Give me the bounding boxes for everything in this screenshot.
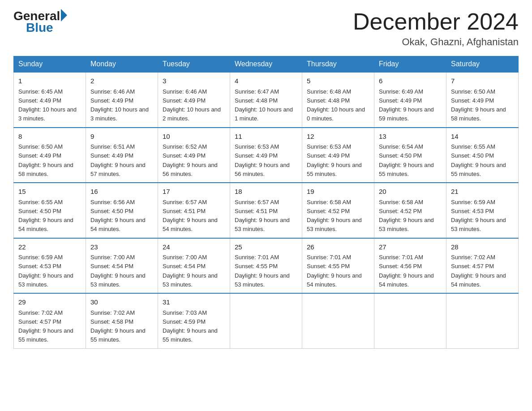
title-block: December 2024 Okak, Ghazni, Afghanistan [353, 9, 519, 48]
day-info: Sunrise: 6:59 AMSunset: 4:53 PMDaylight:… [451, 199, 506, 233]
day-number: 19 [307, 187, 369, 197]
day-info: Sunrise: 6:49 AMSunset: 4:49 PMDaylight:… [379, 88, 434, 122]
calendar-cell: 23Sunrise: 7:00 AMSunset: 4:54 PMDayligh… [86, 238, 158, 294]
day-number: 20 [379, 187, 442, 197]
calendar-cell: 12Sunrise: 6:53 AMSunset: 4:49 PMDayligh… [302, 128, 374, 183]
calendar-cell: 30Sunrise: 7:02 AMSunset: 4:58 PMDayligh… [86, 293, 158, 348]
day-info: Sunrise: 7:01 AMSunset: 4:56 PMDaylight:… [379, 254, 434, 288]
week-row-5: 29Sunrise: 7:02 AMSunset: 4:57 PMDayligh… [14, 293, 519, 348]
header-saturday: Saturday [446, 56, 519, 73]
logo-blue-text: Blue [26, 21, 53, 35]
calendar-cell: 18Sunrise: 6:57 AMSunset: 4:51 PMDayligh… [230, 183, 302, 238]
calendar-cell: 24Sunrise: 7:00 AMSunset: 4:54 PMDayligh… [158, 238, 230, 294]
calendar-cell: 22Sunrise: 6:59 AMSunset: 4:53 PMDayligh… [14, 238, 86, 294]
day-info: Sunrise: 6:53 AMSunset: 4:49 PMDaylight:… [235, 143, 290, 177]
day-info: Sunrise: 7:02 AMSunset: 4:58 PMDaylight:… [90, 309, 146, 343]
calendar-cell: 25Sunrise: 7:01 AMSunset: 4:55 PMDayligh… [230, 238, 302, 294]
day-number: 29 [18, 297, 81, 308]
day-number: 4 [235, 76, 297, 86]
day-number: 28 [451, 242, 514, 253]
day-info: Sunrise: 6:47 AMSunset: 4:48 PMDaylight:… [235, 88, 293, 122]
day-number: 16 [90, 187, 153, 197]
day-number: 18 [235, 187, 297, 197]
calendar-cell: 7Sunrise: 6:50 AMSunset: 4:49 PMDaylight… [446, 72, 519, 128]
calendar-cell: 2Sunrise: 6:46 AMSunset: 4:49 PMDaylight… [86, 72, 158, 128]
week-row-3: 15Sunrise: 6:55 AMSunset: 4:50 PMDayligh… [14, 183, 519, 238]
day-number: 10 [163, 132, 225, 142]
calendar-cell: 26Sunrise: 7:01 AMSunset: 4:55 PMDayligh… [302, 238, 374, 294]
day-info: Sunrise: 6:55 AMSunset: 4:50 PMDaylight:… [18, 199, 73, 233]
day-info: Sunrise: 6:50 AMSunset: 4:49 PMDaylight:… [18, 143, 73, 177]
calendar-cell: 19Sunrise: 6:58 AMSunset: 4:52 PMDayligh… [302, 183, 374, 238]
day-number: 11 [235, 132, 297, 142]
header-sunday: Sunday [14, 56, 86, 73]
day-number: 31 [163, 297, 225, 308]
day-number: 1 [18, 76, 81, 86]
month-title: December 2024 [353, 9, 519, 34]
day-number: 14 [451, 132, 514, 142]
day-info: Sunrise: 6:55 AMSunset: 4:50 PMDaylight:… [451, 143, 506, 177]
day-number: 26 [307, 242, 369, 253]
logo: General Blue [13, 9, 67, 35]
day-number: 21 [451, 187, 514, 197]
day-number: 23 [90, 242, 153, 253]
calendar-cell: 10Sunrise: 6:52 AMSunset: 4:49 PMDayligh… [158, 128, 230, 183]
header-monday: Monday [86, 56, 158, 73]
day-info: Sunrise: 7:00 AMSunset: 4:54 PMDaylight:… [163, 254, 218, 288]
calendar-cell: 20Sunrise: 6:58 AMSunset: 4:52 PMDayligh… [374, 183, 446, 238]
day-number: 27 [379, 242, 442, 253]
day-info: Sunrise: 6:56 AMSunset: 4:50 PMDaylight:… [90, 199, 146, 233]
day-info: Sunrise: 7:02 AMSunset: 4:57 PMDaylight:… [18, 309, 73, 343]
calendar-cell: 4Sunrise: 6:47 AMSunset: 4:48 PMDaylight… [230, 72, 302, 128]
calendar-cell: 14Sunrise: 6:55 AMSunset: 4:50 PMDayligh… [446, 128, 519, 183]
day-number: 25 [235, 242, 297, 253]
calendar-cell: 5Sunrise: 6:48 AMSunset: 4:48 PMDaylight… [302, 72, 374, 128]
calendar-cell: 27Sunrise: 7:01 AMSunset: 4:56 PMDayligh… [374, 238, 446, 294]
day-number: 6 [379, 76, 442, 86]
calendar-cell: 11Sunrise: 6:53 AMSunset: 4:49 PMDayligh… [230, 128, 302, 183]
day-info: Sunrise: 6:52 AMSunset: 4:49 PMDaylight:… [163, 143, 218, 177]
logo-triangle-icon [61, 9, 67, 21]
location-title: Okak, Ghazni, Afghanistan [353, 36, 519, 48]
calendar-cell: 1Sunrise: 6:45 AMSunset: 4:49 PMDaylight… [14, 72, 86, 128]
calendar-cell: 8Sunrise: 6:50 AMSunset: 4:49 PMDaylight… [14, 128, 86, 183]
day-number: 13 [379, 132, 442, 142]
week-row-2: 8Sunrise: 6:50 AMSunset: 4:49 PMDaylight… [14, 128, 519, 183]
calendar-cell: 9Sunrise: 6:51 AMSunset: 4:49 PMDaylight… [86, 128, 158, 183]
day-number: 24 [163, 242, 225, 253]
calendar-cell: 21Sunrise: 6:59 AMSunset: 4:53 PMDayligh… [446, 183, 519, 238]
day-number: 9 [90, 132, 153, 142]
week-row-1: 1Sunrise: 6:45 AMSunset: 4:49 PMDaylight… [14, 72, 519, 128]
week-row-4: 22Sunrise: 6:59 AMSunset: 4:53 PMDayligh… [14, 238, 519, 294]
day-info: Sunrise: 6:58 AMSunset: 4:52 PMDaylight:… [307, 199, 362, 233]
day-info: Sunrise: 7:01 AMSunset: 4:55 PMDaylight:… [235, 254, 290, 288]
day-info: Sunrise: 6:57 AMSunset: 4:51 PMDaylight:… [163, 199, 218, 233]
day-info: Sunrise: 6:54 AMSunset: 4:50 PMDaylight:… [379, 143, 434, 177]
day-info: Sunrise: 7:02 AMSunset: 4:57 PMDaylight:… [451, 254, 506, 288]
day-number: 2 [90, 76, 153, 86]
calendar-cell: 29Sunrise: 7:02 AMSunset: 4:57 PMDayligh… [14, 293, 86, 348]
calendar-table: SundayMondayTuesdayWednesdayThursdayFrid… [13, 56, 519, 349]
day-info: Sunrise: 7:03 AMSunset: 4:59 PMDaylight:… [163, 309, 218, 343]
day-number: 30 [90, 297, 153, 308]
calendar-cell [374, 293, 446, 348]
day-number: 8 [18, 132, 81, 142]
header-friday: Friday [374, 56, 446, 73]
day-number: 15 [18, 187, 81, 197]
calendar-cell: 6Sunrise: 6:49 AMSunset: 4:49 PMDaylight… [374, 72, 446, 128]
calendar-cell: 31Sunrise: 7:03 AMSunset: 4:59 PMDayligh… [158, 293, 230, 348]
day-info: Sunrise: 6:50 AMSunset: 4:49 PMDaylight:… [451, 88, 506, 122]
calendar-cell: 13Sunrise: 6:54 AMSunset: 4:50 PMDayligh… [374, 128, 446, 183]
header-wednesday: Wednesday [230, 56, 302, 73]
day-info: Sunrise: 6:57 AMSunset: 4:51 PMDaylight:… [235, 199, 290, 233]
day-number: 12 [307, 132, 369, 142]
day-info: Sunrise: 6:46 AMSunset: 4:49 PMDaylight:… [90, 88, 149, 122]
day-info: Sunrise: 6:58 AMSunset: 4:52 PMDaylight:… [379, 199, 434, 233]
day-info: Sunrise: 6:51 AMSunset: 4:49 PMDaylight:… [90, 143, 146, 177]
calendar-cell: 16Sunrise: 6:56 AMSunset: 4:50 PMDayligh… [86, 183, 158, 238]
calendar-cell: 3Sunrise: 6:46 AMSunset: 4:49 PMDaylight… [158, 72, 230, 128]
calendar-cell: 28Sunrise: 7:02 AMSunset: 4:57 PMDayligh… [446, 238, 519, 294]
day-info: Sunrise: 6:48 AMSunset: 4:48 PMDaylight:… [307, 88, 365, 122]
day-info: Sunrise: 7:01 AMSunset: 4:55 PMDaylight:… [307, 254, 362, 288]
header-tuesday: Tuesday [158, 56, 230, 73]
